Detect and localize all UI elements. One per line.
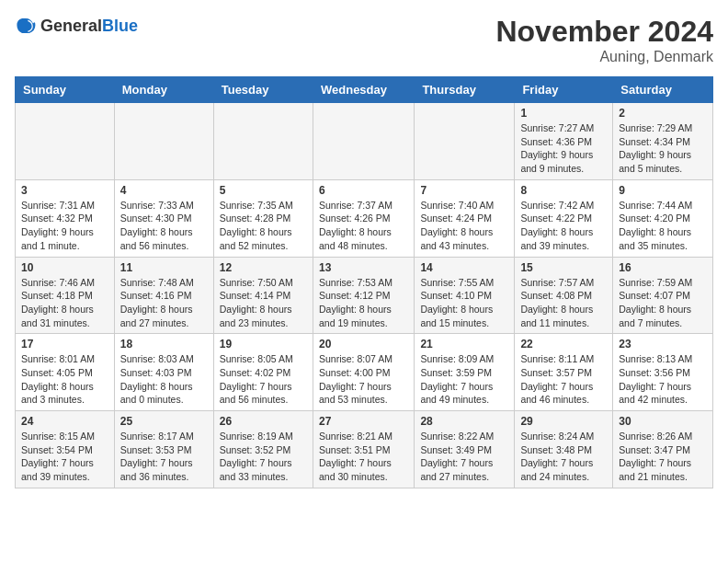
day-info: Sunrise: 7:44 AMSunset: 4:20 PMDaylight:…: [619, 199, 707, 253]
day-number: 19: [220, 338, 307, 350]
day-info: Sunrise: 8:26 AMSunset: 3:47 PMDaylight:…: [619, 430, 707, 484]
col-wednesday: Wednesday: [313, 77, 414, 103]
calendar-cell: 30Sunrise: 8:26 AMSunset: 3:47 PMDayligh…: [613, 411, 713, 488]
day-number: 26: [220, 415, 307, 428]
day-info: Sunrise: 8:22 AMSunset: 3:49 PMDaylight:…: [420, 430, 508, 484]
calendar-cell: [16, 103, 115, 180]
calendar-cell: 7Sunrise: 7:40 AMSunset: 4:24 PMDaylight…: [415, 179, 515, 257]
day-info: Sunrise: 8:11 AMSunset: 3:57 PMDaylight:…: [520, 352, 607, 407]
col-friday: Friday: [515, 77, 613, 103]
calendar-cell: 10Sunrise: 7:46 AMSunset: 4:18 PMDayligh…: [16, 257, 115, 334]
calendar-cell: 16Sunrise: 7:59 AMSunset: 4:07 PMDayligh…: [613, 257, 713, 334]
day-info: Sunrise: 8:03 AMSunset: 4:03 PMDaylight:…: [120, 352, 208, 407]
day-number: 13: [319, 261, 408, 274]
calendar-cell: 12Sunrise: 7:50 AMSunset: 4:14 PMDayligh…: [213, 257, 313, 334]
calendar-header-row: Sunday Monday Tuesday Wednesday Thursday…: [16, 77, 713, 103]
day-info: Sunrise: 8:05 AMSunset: 4:02 PMDaylight:…: [220, 352, 307, 407]
day-number: 10: [21, 261, 108, 274]
col-tuesday: Tuesday: [213, 77, 313, 103]
day-info: Sunrise: 7:27 AMSunset: 4:36 PMDaylight:…: [520, 121, 607, 176]
calendar-cell: 4Sunrise: 7:33 AMSunset: 4:30 PMDaylight…: [114, 179, 213, 257]
day-info: Sunrise: 7:42 AMSunset: 4:22 PMDaylight:…: [520, 199, 607, 253]
col-monday: Monday: [114, 77, 213, 103]
calendar-week-row: 3Sunrise: 7:31 AMSunset: 4:32 PMDaylight…: [16, 179, 713, 257]
day-info: Sunrise: 8:21 AMSunset: 3:51 PMDaylight:…: [319, 430, 408, 484]
logo-text: GeneralBlue: [40, 17, 138, 36]
calendar-week-row: 1Sunrise: 7:27 AMSunset: 4:36 PMDaylight…: [16, 103, 713, 180]
day-info: Sunrise: 7:37 AMSunset: 4:26 PMDaylight:…: [319, 199, 408, 253]
calendar-cell: 24Sunrise: 8:15 AMSunset: 3:54 PMDayligh…: [16, 411, 115, 488]
calendar-cell: 17Sunrise: 8:01 AMSunset: 4:05 PMDayligh…: [16, 334, 115, 411]
calendar-cell: 11Sunrise: 7:48 AMSunset: 4:16 PMDayligh…: [114, 257, 213, 334]
day-info: Sunrise: 7:40 AMSunset: 4:24 PMDaylight:…: [420, 199, 508, 253]
day-number: 12: [220, 261, 307, 274]
day-info: Sunrise: 7:53 AMSunset: 4:12 PMDaylight:…: [319, 276, 408, 330]
calendar-cell: 1Sunrise: 7:27 AMSunset: 4:36 PMDaylight…: [515, 103, 613, 180]
day-info: Sunrise: 8:09 AMSunset: 3:59 PMDaylight:…: [420, 352, 508, 407]
calendar-cell: [213, 103, 313, 180]
day-info: Sunrise: 7:59 AMSunset: 4:07 PMDaylight:…: [619, 276, 707, 330]
calendar-cell: 3Sunrise: 7:31 AMSunset: 4:32 PMDaylight…: [16, 179, 115, 257]
calendar-week-row: 17Sunrise: 8:01 AMSunset: 4:05 PMDayligh…: [16, 334, 713, 411]
day-number: 15: [520, 261, 607, 274]
day-number: 2: [619, 107, 707, 120]
calendar-cell: 13Sunrise: 7:53 AMSunset: 4:12 PMDayligh…: [313, 257, 414, 334]
day-info: Sunrise: 7:50 AMSunset: 4:14 PMDaylight:…: [220, 276, 307, 330]
day-number: 1: [520, 107, 607, 120]
day-number: 27: [319, 415, 408, 428]
calendar-cell: 15Sunrise: 7:57 AMSunset: 4:08 PMDayligh…: [515, 257, 613, 334]
day-number: 29: [520, 415, 607, 428]
day-number: 3: [21, 184, 108, 197]
day-info: Sunrise: 7:29 AMSunset: 4:34 PMDaylight:…: [619, 121, 707, 176]
day-info: Sunrise: 8:07 AMSunset: 4:00 PMDaylight:…: [319, 352, 408, 407]
day-number: 20: [319, 338, 408, 350]
day-number: 22: [520, 338, 607, 350]
calendar-cell: 26Sunrise: 8:19 AMSunset: 3:52 PMDayligh…: [213, 411, 313, 488]
calendar-cell: 18Sunrise: 8:03 AMSunset: 4:03 PMDayligh…: [114, 334, 213, 411]
day-number: 28: [420, 415, 508, 428]
calendar-week-row: 24Sunrise: 8:15 AMSunset: 3:54 PMDayligh…: [16, 411, 713, 488]
col-saturday: Saturday: [613, 77, 713, 103]
day-number: 16: [619, 261, 707, 274]
calendar-cell: 9Sunrise: 7:44 AMSunset: 4:20 PMDaylight…: [613, 179, 713, 257]
calendar-cell: 5Sunrise: 7:35 AMSunset: 4:28 PMDaylight…: [213, 179, 313, 257]
calendar-cell: 23Sunrise: 8:13 AMSunset: 3:56 PMDayligh…: [613, 334, 713, 411]
day-number: 30: [619, 415, 707, 428]
calendar-cell: 21Sunrise: 8:09 AMSunset: 3:59 PMDayligh…: [415, 334, 515, 411]
calendar-cell: 20Sunrise: 8:07 AMSunset: 4:00 PMDayligh…: [313, 334, 414, 411]
day-number: 21: [420, 338, 508, 350]
month-title: November 2024: [495, 15, 713, 49]
calendar-table: Sunday Monday Tuesday Wednesday Thursday…: [15, 76, 713, 488]
logo-icon: [15, 15, 37, 37]
day-number: 11: [120, 261, 208, 274]
day-number: 4: [120, 184, 208, 197]
day-info: Sunrise: 7:35 AMSunset: 4:28 PMDaylight:…: [220, 199, 307, 253]
day-info: Sunrise: 7:57 AMSunset: 4:08 PMDaylight:…: [520, 276, 607, 330]
calendar-cell: 6Sunrise: 7:37 AMSunset: 4:26 PMDaylight…: [313, 179, 414, 257]
day-info: Sunrise: 8:01 AMSunset: 4:05 PMDaylight:…: [21, 352, 108, 407]
day-info: Sunrise: 8:15 AMSunset: 3:54 PMDaylight:…: [21, 430, 108, 484]
logo-general: General: [40, 17, 102, 35]
logo-blue: Blue: [102, 17, 138, 35]
calendar-cell: 22Sunrise: 8:11 AMSunset: 3:57 PMDayligh…: [515, 334, 613, 411]
day-number: 14: [420, 261, 508, 274]
day-info: Sunrise: 7:48 AMSunset: 4:16 PMDaylight:…: [120, 276, 208, 330]
day-info: Sunrise: 8:13 AMSunset: 3:56 PMDaylight:…: [619, 352, 707, 407]
calendar-cell: [114, 103, 213, 180]
calendar-cell: 27Sunrise: 8:21 AMSunset: 3:51 PMDayligh…: [313, 411, 414, 488]
day-number: 9: [619, 184, 707, 197]
calendar-cell: 28Sunrise: 8:22 AMSunset: 3:49 PMDayligh…: [415, 411, 515, 488]
calendar-cell: [313, 103, 414, 180]
col-sunday: Sunday: [16, 77, 115, 103]
day-info: Sunrise: 7:31 AMSunset: 4:32 PMDaylight:…: [21, 199, 108, 253]
calendar-cell: 19Sunrise: 8:05 AMSunset: 4:02 PMDayligh…: [213, 334, 313, 411]
calendar-cell: 8Sunrise: 7:42 AMSunset: 4:22 PMDaylight…: [515, 179, 613, 257]
day-info: Sunrise: 7:46 AMSunset: 4:18 PMDaylight:…: [21, 276, 108, 330]
day-number: 7: [420, 184, 508, 197]
day-info: Sunrise: 7:33 AMSunset: 4:30 PMDaylight:…: [120, 199, 208, 253]
day-number: 17: [21, 338, 108, 350]
calendar-cell: 25Sunrise: 8:17 AMSunset: 3:53 PMDayligh…: [114, 411, 213, 488]
location-title: Auning, Denmark: [495, 49, 713, 65]
day-info: Sunrise: 8:24 AMSunset: 3:48 PMDaylight:…: [520, 430, 607, 484]
day-info: Sunrise: 8:17 AMSunset: 3:53 PMDaylight:…: [120, 430, 208, 484]
